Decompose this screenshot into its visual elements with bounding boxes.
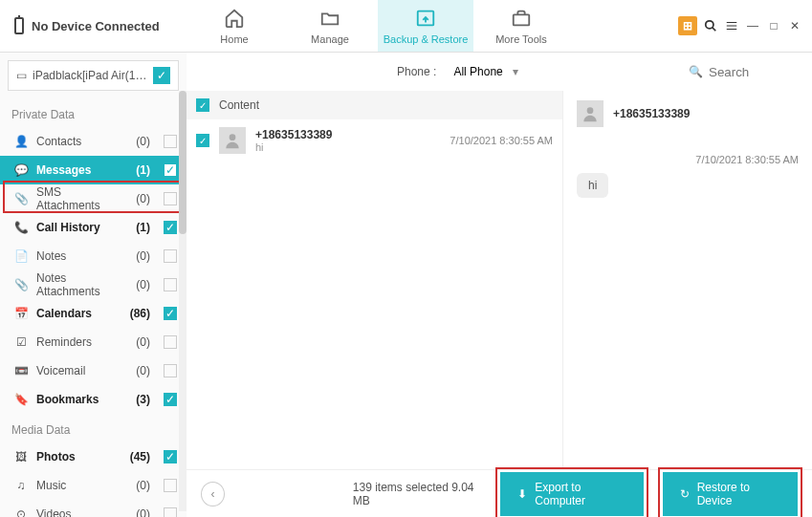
message-time: 7/10/2021 8:30:55 AM [450,135,553,146]
item-checkbox[interactable] [164,192,177,205]
restore-label: Restore to Device [697,481,780,507]
item-count: (0) [121,192,150,205]
restore-button[interactable]: ↻ Restore to Device [663,472,798,516]
calendar-icon: 📅 [13,307,29,320]
sidebar-item-notes-attachments[interactable]: 📎Notes Attachments(0) [0,270,187,299]
message-number: +18635133389 [255,128,440,141]
avatar-icon [219,127,246,154]
sidebar-item-videos[interactable]: ⊙Videos(0) [0,500,187,517]
item-count: (0) [121,278,150,291]
tablet-icon: ▭ [16,69,27,82]
scrollbar[interactable] [179,91,187,511]
item-checkbox[interactable] [164,335,177,349]
notes-attach-icon: 📎 [13,278,29,291]
row-checkbox[interactable]: ✓ [196,134,209,147]
item-checkbox[interactable] [164,249,177,263]
sidebar-item-voicemail[interactable]: 📼Voicemail(0) [0,356,187,385]
home-icon [224,8,245,31]
messages-icon: 💬 [13,163,29,177]
item-label: Notes [36,249,114,263]
phone-filter-select[interactable]: All Phone [446,61,522,82]
cart-icon[interactable]: ⊞ [678,16,697,35]
item-checkbox[interactable]: ✓ [164,393,177,406]
back-button[interactable]: ‹ [201,482,225,506]
select-all-checkbox[interactable]: ✓ [196,98,209,112]
sidebar-item-messages[interactable]: 💬Messages(1)✓ [0,156,187,184]
item-count: (0) [121,364,150,377]
device-status: No Device Connected [0,17,187,34]
detail-number: +18635133389 [613,107,690,120]
item-label: Calendars [36,307,114,320]
tab-label: More Tools [495,33,547,45]
menu-icon[interactable] [724,18,739,33]
checkbox-icon[interactable]: ✓ [153,67,170,84]
close-icon[interactable]: ✕ [787,18,802,33]
tab-label: Backup & Restore [384,33,469,45]
phone-icon [14,17,24,34]
search-input[interactable] [709,65,785,79]
item-checkbox[interactable] [164,507,177,517]
item-label: Notes Attachments [36,271,114,298]
sidebar-item-reminders[interactable]: ☑Reminders(0) [0,328,187,356]
item-checkbox[interactable]: ✓ [164,221,177,234]
message-row[interactable]: ✓ +18635133389 hi 7/10/2021 8:30:55 AM [187,119,562,162]
tab-manage[interactable]: Manage [282,0,378,52]
minimize-icon[interactable]: — [745,18,760,33]
item-label: Bookmarks [36,393,114,406]
sidebar-item-photos[interactable]: 🖼Photos(45)✓ [0,442,187,471]
tab-label: Home [220,33,248,45]
sidebar-item-call-history[interactable]: 📞Call History(1)✓ [0,213,187,242]
sidebar-item-contacts[interactable]: 👤Contacts(0) [0,127,187,156]
search-box[interactable]: 🔍 [681,61,793,83]
content-header-label: Content [219,98,259,112]
item-checkbox[interactable] [164,479,177,492]
sidebar-item-music[interactable]: ♫Music(0) [0,471,187,500]
svg-rect-1 [514,14,530,25]
item-checkbox[interactable] [164,278,177,291]
content-area: Phone : All Phone 🔍 ✓ Content ✓ [187,53,812,517]
tab-backup-restore[interactable]: Backup & Restore [378,0,473,52]
maximize-icon[interactable]: □ [766,18,781,33]
item-checkbox[interactable]: ✓ [164,450,177,463]
folder-icon [319,8,340,31]
bookmark-icon: 🔖 [13,393,29,406]
top-bar: No Device Connected Home Manage Backup &… [0,0,812,53]
item-count: (0) [121,135,150,148]
music-icon: ♫ [13,479,29,492]
item-label: Music [36,479,114,492]
scrollbar-thumb[interactable] [179,91,187,234]
message-bubble: hi [577,173,608,198]
svg-point-3 [230,134,236,140]
search-icon: 🔍 [689,65,703,78]
export-button[interactable]: ⬇ Export to Computer [500,472,643,516]
item-checkbox[interactable] [164,135,177,148]
sidebar-item-calendars[interactable]: 📅Calendars(86)✓ [0,299,187,328]
item-count: (3) [121,393,150,406]
item-count: (1) [121,163,150,177]
filter-row: Phone : All Phone 🔍 [187,53,812,91]
phone-filter-label: Phone : [397,65,436,78]
message-detail: +18635133389 7/10/2021 8:30:55 AM hi [563,91,812,469]
call-icon: 📞 [13,221,29,234]
detail-time: 7/10/2021 8:30:55 AM [577,154,799,165]
item-checkbox[interactable]: ✓ [164,163,177,177]
search-icon[interactable] [703,18,718,33]
device-selector[interactable]: ▭ iPadblack[iPad Air(12.5... ✓ [8,60,179,91]
sidebar-item-bookmarks[interactable]: 🔖Bookmarks(3)✓ [0,385,187,414]
item-label: Photos [36,450,114,463]
tab-label: Manage [311,33,349,45]
tab-more-tools[interactable]: More Tools [473,0,569,52]
item-label: Voicemail [36,364,114,377]
sidebar-item-sms-attachments[interactable]: 📎SMS Attachments(0) [0,184,187,213]
item-count: (0) [121,249,150,263]
item-checkbox[interactable] [164,364,177,377]
backup-icon [415,8,436,31]
device-status-text: No Device Connected [32,19,160,33]
item-count: (45) [121,450,150,463]
item-label: Contacts [36,135,114,148]
item-label: Videos [36,507,114,517]
sidebar-item-notes[interactable]: 📄Notes(0) [0,242,187,270]
footer-bar: ‹ 139 items selected 9.04 MB ⬇ Export to… [187,469,812,517]
item-checkbox[interactable]: ✓ [164,307,177,320]
tab-home[interactable]: Home [187,0,282,52]
